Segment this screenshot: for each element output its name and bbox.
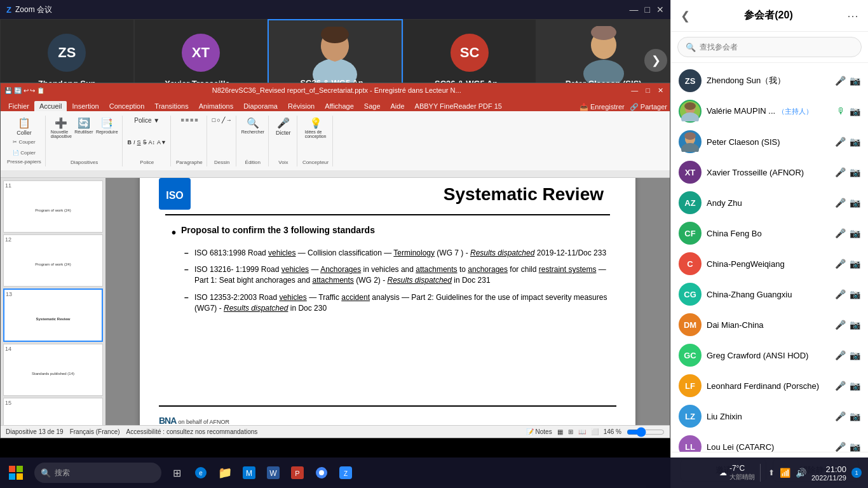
tab-animations[interactable]: Animations (194, 101, 238, 111)
btn-copier[interactable]: 📄 Copier (13, 150, 36, 156)
btn-coller[interactable]: 📋Coller (15, 117, 34, 136)
taskbar-explorer[interactable]: 📁 (215, 463, 235, 483)
participant-az[interactable]: AZ Andy Zhu 🎤 📷 (671, 187, 868, 218)
italic-btn[interactable]: I (133, 139, 135, 146)
taskbar-store[interactable]: M (239, 463, 259, 483)
notification-badge[interactable]: 1 (851, 468, 862, 478)
btn-reproduire[interactable]: 📑Reproduire (96, 117, 118, 139)
strikethrough-btn[interactable]: S̶ (143, 139, 147, 146)
zoom-maximize[interactable]: □ (645, 4, 650, 15)
start-button[interactable] (0, 466, 32, 480)
font-selector[interactable]: Police ▼ (134, 117, 159, 124)
participant-lf[interactable]: LF Leonhard Ferdinand (Porsche) 🎤 📷 (671, 370, 868, 401)
participant-ll[interactable]: LL Lou Lei (CATARC) 🎤 📷 (671, 431, 868, 452)
participant-gc[interactable]: GC Greg Crawford (ANSI HOD) 🎤 📷 (671, 340, 868, 370)
participant-pc[interactable]: Peter Claeson (SIS) 🎤 📷 (671, 126, 868, 157)
participant-zs[interactable]: ZS Zhendong Sun（我） 🎤 📷 (671, 65, 868, 96)
sidebar-collapse-btn[interactable]: ❮ (681, 9, 690, 23)
taskbar-zoom[interactable]: Z (336, 463, 356, 483)
fontcolor-btn[interactable]: A▼ (157, 139, 166, 146)
name-lf: Leonhard Ferdinand (Porsche) (707, 381, 830, 391)
search-input[interactable] (700, 43, 853, 51)
svg-point-11 (681, 112, 699, 121)
shape-oval[interactable]: ○ (217, 117, 220, 123)
tab-abbyy[interactable]: ABBYY FineReader PDF 15 (410, 101, 507, 111)
svg-text:ISO: ISO (166, 190, 184, 201)
participant-c[interactable]: C China-PengWeiqiang 🎤 📷 (671, 248, 868, 279)
participant-xt[interactable]: XT Xavier Trosseille (AFNOR) 🎤 📷 (671, 157, 868, 187)
sys-tray-up[interactable]: ⬆ (768, 468, 775, 477)
view-slideshow[interactable]: ⬜ (591, 428, 599, 435)
enregistrer-btn[interactable]: 📥 Enregistrer (580, 103, 625, 111)
ppt-close[interactable]: ✕ (655, 86, 666, 95)
shape-rect[interactable]: □ (212, 117, 215, 123)
taskbar-word[interactable]: W (263, 463, 283, 483)
tab-aide[interactable]: Aide (386, 101, 410, 111)
tab-conception[interactable]: Conception (104, 101, 150, 111)
ribbon-font: Police ▼ B I S S̶ A↕ A▼ Police (124, 116, 171, 166)
bold-btn[interactable]: B (128, 139, 132, 146)
avatar-az: AZ (679, 191, 702, 214)
sys-tray-network[interactable]: 📶 (780, 468, 790, 478)
ppt-maximize[interactable]: □ (643, 86, 653, 94)
slide-thumb-13[interactable]: 13 Systematic Review (3, 288, 103, 342)
slide-main-content[interactable]: ISO Systematic Review • Proposal to conf… (140, 178, 635, 425)
participant-cf[interactable]: CF China Feng Bo 🎤 📷 (671, 218, 868, 248)
tab-affichage[interactable]: Affichage (320, 101, 359, 111)
view-sorter[interactable]: ⊞ (568, 428, 573, 435)
slide-thumb-14[interactable]: 14 Standards published (14) (3, 344, 103, 396)
tab-transitions[interactable]: Transitions (149, 101, 193, 111)
participant-cg[interactable]: CG China-Zhang Guangxiu 🎤 📷 (671, 279, 868, 309)
taskbar-search-box[interactable]: 🔍 搜索 (34, 463, 161, 483)
taskbar-chrome[interactable] (311, 463, 332, 483)
taskbar-clock[interactable]: 21:00 2022/11/29 (811, 464, 846, 482)
fontsize-btn[interactable]: A↕ (149, 139, 156, 146)
btn-couper[interactable]: ✂ Couper (13, 139, 35, 145)
tab-diaporama[interactable]: Diaporama (238, 101, 283, 111)
taskbar-ppt[interactable]: P (287, 463, 308, 483)
notes-btn[interactable]: 📝 Notes (526, 428, 552, 435)
align-left[interactable]: ≡ (180, 117, 184, 123)
taskbar-taskview[interactable]: ⊞ (166, 463, 187, 483)
slide-thumb-15[interactable]: 15 Standards published (15) (3, 398, 103, 425)
slide-thumb-11[interactable]: 11 Program of work (24) (3, 180, 103, 233)
name-lz: Liu Zhixin (707, 412, 830, 421)
shape-arrow[interactable]: → (226, 117, 232, 123)
participant-lz[interactable]: LZ Liu Zhixin 🎤 📷 (671, 401, 868, 431)
avatar-zhendong: ZS (48, 34, 86, 72)
tab-revision[interactable]: Révision (283, 101, 320, 111)
ppt-minimize[interactable]: — (628, 86, 641, 94)
participant-dm[interactable]: DM Dai Mian-China 🎤 📷 (671, 309, 868, 340)
shape-line[interactable]: ╱ (222, 117, 225, 123)
align-right[interactable]: ≡ (190, 117, 193, 123)
dessin-label: Dessin (214, 159, 229, 165)
btn-idees[interactable]: 💡Idées deconception (305, 117, 327, 139)
slide-thumb-12[interactable]: 12 Program of work (24) (3, 234, 103, 287)
btn-nouvelle-diapo[interactable]: ➕Nouvellediapositive (51, 117, 72, 139)
view-reading[interactable]: 📖 (578, 428, 586, 435)
btn-dicter[interactable]: 🎤Dicter (274, 117, 293, 136)
next-video-btn[interactable]: ❯ (644, 49, 667, 72)
participant-vm[interactable]: Valérie MAUPIN ... （主持人） 🎙 📷 (671, 96, 868, 126)
name-zs: Zhendong Sun（我） (707, 75, 830, 86)
tab-sage[interactable]: Sage (359, 101, 386, 111)
partager-btn[interactable]: 🔗 Partager (630, 103, 667, 111)
zoom-slider[interactable] (627, 428, 665, 436)
tab-insertion[interactable]: Insertion (67, 101, 104, 111)
underline-btn[interactable]: S (137, 139, 141, 146)
tab-fichier[interactable]: Fichier (3, 101, 34, 111)
taskbar-pinned-icons: ⊞ e 📁 M W P Z (166, 463, 356, 483)
name-c: China-PengWeiqiang (707, 259, 830, 269)
tab-accueil[interactable]: Accueil (34, 101, 67, 111)
sys-tray-volume[interactable]: 🔊 (796, 468, 806, 478)
sidebar-more-btn[interactable]: ⋯ (847, 9, 858, 23)
btn-rechercher[interactable]: 🔍Rechercher (241, 117, 264, 134)
taskbar-edge[interactable]: e (191, 463, 211, 483)
search-box[interactable]: 🔍 (677, 37, 862, 57)
view-normal[interactable]: ▦ (557, 428, 563, 435)
align-justify[interactable]: ≡ (194, 117, 198, 123)
zoom-minimize[interactable]: — (630, 4, 639, 15)
btn-reutiliser[interactable]: 🔄Réutiliser (74, 117, 93, 139)
align-center[interactable]: ≡ (186, 117, 189, 123)
zoom-close[interactable]: ✕ (656, 4, 664, 15)
